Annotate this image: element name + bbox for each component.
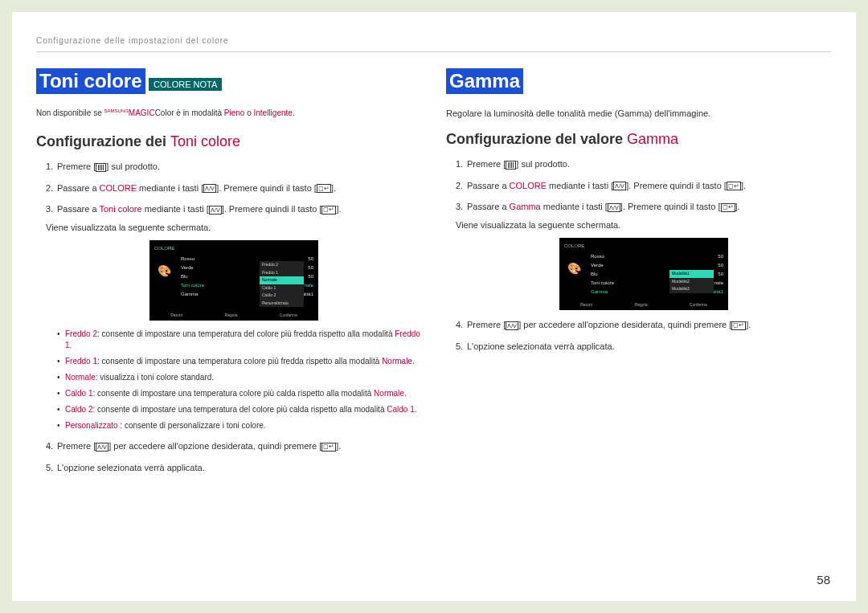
config-heading-gamma: Configurazione del valore Gamma	[446, 131, 832, 148]
options-bullets: Freddo 2: consente di impostare una temp…	[46, 329, 422, 431]
enter-icon: ◻↵	[321, 206, 336, 215]
osd-footer: Return Regola Conferma	[559, 302, 728, 309]
step-5: 5.L'opzione selezionata verrà applicata.	[456, 340, 832, 353]
t: mediante i tasti [	[142, 204, 209, 214]
t: ].	[741, 181, 746, 190]
osd-title: COLORE	[154, 245, 313, 252]
mode-intelligente: Intelligente	[254, 108, 293, 117]
osd-footer: Return Regola Conferma	[149, 313, 318, 319]
magic-label: MAGIC	[129, 108, 155, 117]
e: Caldo 1	[387, 405, 414, 414]
note-text: Non disponibile se SAMSUNGMAGICColor è i…	[36, 108, 422, 117]
a: Caldo 1	[65, 389, 92, 398]
t: L'opzione selezionata verrà applicata.	[57, 463, 205, 472]
t: ].	[336, 204, 341, 214]
t: ] sul prodotto.	[106, 161, 160, 171]
enter-icon: ◻↵	[731, 321, 746, 330]
colore-link: COLORE	[510, 181, 547, 190]
t: ].	[336, 441, 341, 451]
enter-icon: ◻↵	[727, 182, 741, 190]
colore-link: COLORE	[100, 183, 137, 193]
osd-submenu: Modalità1Modalità2Modalità3	[669, 270, 714, 293]
step-3: 3.Passare a Toni colore mediante i tasti…	[46, 202, 422, 431]
right-column: Gamma Regolare la luminosità delle tonal…	[446, 68, 832, 482]
t: ]. Premere quindi il tasto [	[620, 202, 721, 211]
a: Normale	[65, 373, 96, 382]
a: Caldo 2	[65, 405, 92, 414]
bullet-normale: Normale: visualizza i toni colore standa…	[65, 372, 422, 383]
manual-page: Configurazione delle impostazioni del co…	[12, 12, 856, 601]
t: ] per accedere all'opzione desiderata, q…	[108, 441, 321, 451]
t: : consente di impostare una temperatura …	[92, 389, 374, 398]
enter-icon: ◻↵	[721, 203, 735, 212]
e: Normale	[374, 389, 404, 398]
t: Passare a	[467, 202, 510, 211]
t: ]. Premere quindi il tasto [	[626, 181, 727, 190]
t: L'opzione selezionata verrà applicata.	[467, 341, 615, 351]
osd-screenshot-toni: COLORE 🎨 Rosso50Verde50Blu50Toni coloreN…	[149, 240, 318, 321]
osd-footer-regola: Regola	[635, 302, 648, 309]
osd-footer-conferma: Conferma	[690, 302, 707, 309]
heading-accent: Gamma	[627, 131, 678, 147]
a: Freddo 2	[65, 329, 97, 338]
t: ] sul prodotto.	[516, 159, 570, 169]
step-2: 2.Passare a COLORE mediante i tasti [ᐱ/ᐯ…	[456, 179, 832, 193]
t: : consente di impostare una temperatura …	[92, 405, 387, 414]
t: Premere [	[467, 320, 506, 329]
step-3-line2: Viene visualizzata la seguente schermata…	[456, 219, 832, 232]
osd-footer-conferma: Conferma	[280, 313, 297, 319]
bullet-caldo1: Caldo 1: consente di impostare una tempe…	[65, 388, 422, 399]
step-4: 4.Premere [ᐱ/ᐯ] per accedere all'opzione…	[456, 318, 832, 332]
d: .	[70, 341, 72, 349]
color-label: Color	[155, 108, 174, 117]
enter-icon: ◻↵	[317, 184, 331, 193]
step-4: 4.Premere [ᐱ/ᐯ] per accedere all'opzione…	[46, 439, 422, 453]
note-end: .	[293, 108, 295, 117]
osd-footer-regola: Regola	[225, 313, 238, 319]
d: .	[412, 357, 415, 366]
step-3-line2: Viene visualizzata la seguente schermata…	[46, 221, 422, 235]
osd-palette-icon: 🎨	[564, 259, 584, 279]
t: mediante i tasti [	[137, 183, 203, 193]
breadcrumb: Configurazione delle impostazioni del co…	[36, 36, 832, 52]
note-badge: COLORE NOTA	[149, 78, 222, 91]
bullet-caldo2: Caldo 2: consente di impostare una tempe…	[65, 404, 422, 415]
t: mediante i tasti [	[541, 202, 608, 211]
a: Personalizzato	[65, 421, 118, 430]
updown-icon: ᐱ/ᐯ	[209, 206, 222, 215]
step-1: 1.Premere [] sul prodotto.	[46, 160, 422, 174]
steps-list-gamma: 1.Premere [] sul prodotto. 2.Passare a C…	[446, 157, 832, 353]
bullet-freddo2: Freddo 2: consente di impostare una temp…	[65, 329, 422, 351]
t: Passare a	[57, 183, 100, 193]
t: Premere [	[467, 159, 506, 169]
enter-icon: ◻↵	[321, 443, 336, 452]
updown-icon: ᐱ/ᐯ	[506, 321, 518, 330]
updown-icon: ᐱ/ᐯ	[613, 182, 626, 190]
step-5: 5.L'opzione selezionata verrà applicata.	[46, 461, 422, 475]
note-prefix: Non disponibile se	[36, 108, 104, 117]
bullet-personalizzato: Personalizzato : consente di personalizz…	[65, 420, 422, 431]
mode-pieno: Pieno	[224, 108, 245, 117]
t: ].	[331, 183, 336, 193]
t: mediante i tasti [	[547, 181, 613, 190]
d: .	[415, 405, 417, 414]
d: .	[404, 389, 407, 398]
menu-icon	[506, 161, 516, 170]
t: Premere [	[57, 161, 96, 171]
t: : consente di impostare una temperatura …	[97, 357, 382, 366]
t: : consente di impostare una temperatura …	[97, 329, 395, 338]
e: Normale	[382, 357, 412, 366]
menu-icon	[96, 163, 106, 172]
step-2: 2.Passare a COLORE mediante i tasti [ᐱ/ᐯ…	[46, 182, 422, 195]
note-mid: è in modalità	[174, 108, 224, 117]
note-or: o	[244, 108, 253, 117]
osd-footer-return: Return	[580, 302, 592, 309]
osd-footer-return: Return	[170, 313, 182, 319]
t: Premere [	[57, 441, 96, 451]
page-number: 58	[817, 573, 830, 586]
heading-accent: Toni colore	[170, 133, 240, 149]
steps-list: 1.Premere [] sul prodotto. 2.Passare a C…	[36, 160, 422, 474]
bullet-freddo1: Freddo 1: consente di impostare una temp…	[65, 356, 422, 367]
t: Passare a	[57, 204, 99, 214]
updown-icon: ᐱ/ᐯ	[608, 203, 620, 212]
